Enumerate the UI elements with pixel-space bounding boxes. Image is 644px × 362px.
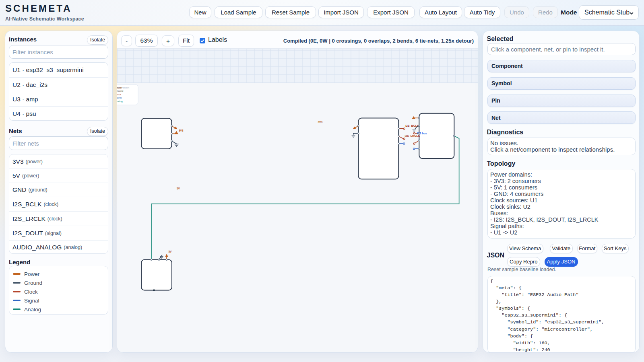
svg-text:5V: 5V <box>169 250 172 253</box>
svg-text:Signal: Signal <box>117 96 122 99</box>
svg-text:I2S_LRCLK: I2S_LRCLK <box>405 134 420 137</box>
svg-text:Clock: Clock <box>117 93 122 96</box>
svg-text:5V: 5V <box>177 187 180 190</box>
svg-text:Ground: Ground <box>117 89 124 92</box>
svg-text:3V3: 3V3 <box>179 129 184 132</box>
svg-text:3V3: 3V3 <box>318 121 323 123</box>
svg-text:Powerchain: Powerchain <box>117 86 129 89</box>
svg-text:Analog: Analog <box>117 100 123 103</box>
